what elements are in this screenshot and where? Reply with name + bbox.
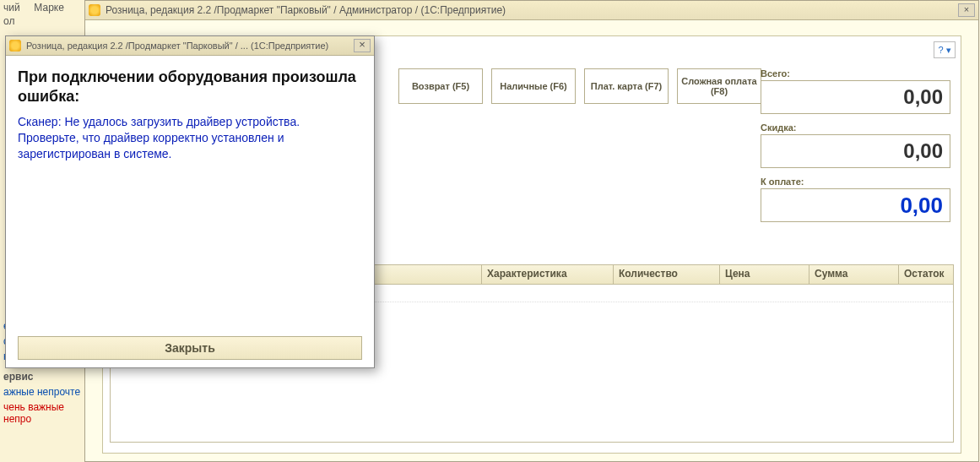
bg-text: Марке <box>34 2 64 14</box>
main-window-title: Розница, редакция 2.2 /Продмаркет "Парко… <box>106 4 953 16</box>
bg-section-header: ервис <box>3 371 93 383</box>
close-button[interactable]: Закрыть <box>18 336 362 360</box>
totals-panel: Всего: 0,00 Скидка: 0,00 К оплате: 0,00 <box>761 68 950 231</box>
table-col-characteristic[interactable]: Характеристика <box>482 265 614 284</box>
return-button[interactable]: Возврат (F5) <box>398 68 483 104</box>
topay-value: 0,00 <box>761 188 950 222</box>
total-label: Всего: <box>761 68 950 79</box>
bg-text: ол <box>3 15 89 29</box>
error-heading: При подключении оборудования произошла о… <box>18 68 362 106</box>
table-col-remainder[interactable]: Остаток <box>899 265 953 284</box>
error-dialog: Розница, редакция 2.2 /Продмаркет "Парко… <box>5 35 375 368</box>
cash-button[interactable]: Наличные (F6) <box>491 68 576 104</box>
error-message: Сканер: Не удалось загрузить драйвер уст… <box>18 114 362 162</box>
table-col-quantity[interactable]: Количество <box>614 265 720 284</box>
app-icon <box>9 40 21 52</box>
total-value: 0,00 <box>761 80 950 114</box>
bg-link[interactable]: ажные непрочте <box>3 386 93 398</box>
discount-label: Скидка: <box>761 122 950 133</box>
bg-link-important[interactable]: чень важные непро <box>3 401 93 425</box>
main-titlebar[interactable]: Розница, редакция 2.2 /Продмаркет "Парко… <box>85 1 978 20</box>
table-col-price[interactable]: Цена <box>720 265 809 284</box>
close-icon[interactable]: × <box>958 3 975 17</box>
app-icon <box>89 4 100 16</box>
card-button[interactable]: Плат. карта (F7) <box>584 68 669 104</box>
close-icon[interactable]: × <box>354 39 371 52</box>
help-icon[interactable]: ? ▾ <box>934 41 956 58</box>
dialog-title: Розница, редакция 2.2 /Продмаркет "Парко… <box>26 41 349 51</box>
dialog-titlebar[interactable]: Розница, редакция 2.2 /Продмаркет "Парко… <box>6 36 374 56</box>
function-button-row: Возврат (F5) Наличные (F6) Плат. карта (… <box>398 68 761 104</box>
dialog-footer: Закрыть <box>6 329 374 372</box>
table-col-sum[interactable]: Сумма <box>809 265 899 284</box>
dialog-body: При подключении оборудования произошла о… <box>6 56 374 329</box>
bg-text: чий <box>3 2 20 14</box>
discount-value: 0,00 <box>761 134 950 168</box>
topay-label: К оплате: <box>761 177 950 187</box>
complex-payment-button[interactable]: Сложная оплата (F8) <box>677 68 761 104</box>
